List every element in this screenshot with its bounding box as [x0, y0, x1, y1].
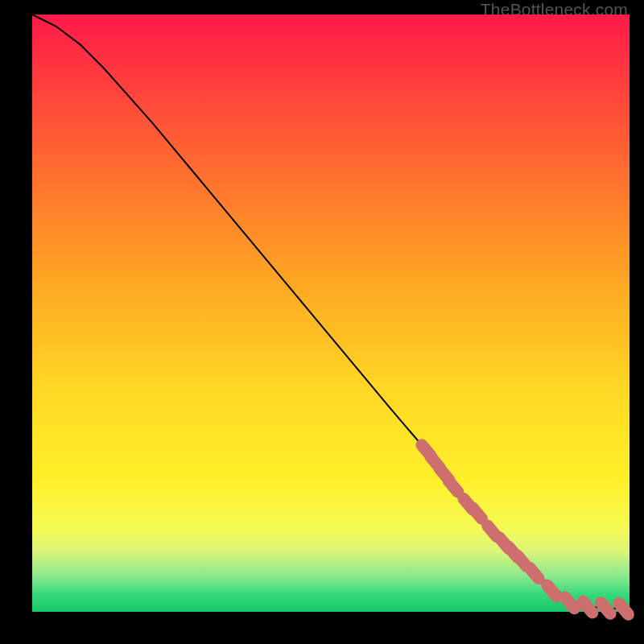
chart-plot-area	[32, 14, 630, 612]
curve-marker	[448, 481, 458, 492]
curve-marker	[547, 585, 557, 597]
curve-marker	[583, 601, 592, 613]
curve-markers	[422, 445, 629, 614]
chart-svg	[32, 14, 630, 612]
curve-marker	[473, 508, 482, 519]
bottleneck-curve	[32, 14, 630, 609]
curve-marker	[565, 597, 575, 609]
curve-marker	[601, 603, 611, 614]
curve-marker	[530, 568, 539, 579]
curve-marker	[619, 603, 629, 614]
